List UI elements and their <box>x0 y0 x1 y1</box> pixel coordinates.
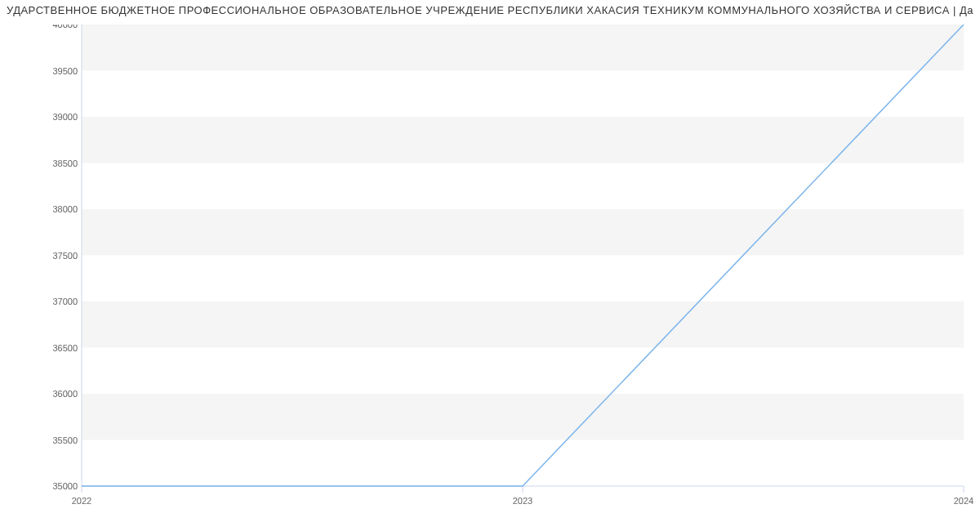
x-tick-label: 2022 <box>72 496 91 506</box>
y-tick-label: 38500 <box>52 158 78 168</box>
x-tick-label: 2023 <box>513 496 532 506</box>
y-tick-label: 35500 <box>52 435 78 445</box>
y-tick-label: 35000 <box>52 481 78 491</box>
chart-container: УДАРСТВЕННОЕ БЮДЖЕТНОЕ ПРОФЕССИОНАЛЬНОЕ … <box>0 0 980 531</box>
svg-rect-4 <box>82 394 964 440</box>
y-tick-label: 38000 <box>52 204 78 214</box>
chart-title: УДАРСТВЕННОЕ БЮДЖЕТНОЕ ПРОФЕССИОНАЛЬНОЕ … <box>0 0 980 16</box>
svg-rect-2 <box>82 209 964 256</box>
plot-area: 35000 35500 36000 36500 37000 37500 3800… <box>49 25 964 498</box>
y-tick-label: 37500 <box>52 251 78 261</box>
x-tick-label: 2024 <box>954 496 973 506</box>
y-tick-label: 36500 <box>52 343 78 353</box>
svg-rect-0 <box>82 25 964 71</box>
y-tick-label: 36000 <box>52 389 78 399</box>
svg-rect-1 <box>82 117 964 163</box>
x-tick-labels: 2022 2023 2024 <box>72 496 973 506</box>
y-tick-label: 39000 <box>52 112 78 122</box>
y-tick-label: 40000 <box>52 25 78 29</box>
y-tick-labels: 35000 35500 36000 36500 37000 37500 3800… <box>52 25 78 491</box>
grid-bands <box>82 25 964 440</box>
svg-rect-3 <box>82 301 964 348</box>
x-ticks <box>82 486 964 493</box>
y-tick-label: 37000 <box>52 297 78 306</box>
chart-svg: 35000 35500 36000 36500 37000 37500 3800… <box>49 25 980 523</box>
y-tick-label: 39500 <box>52 66 78 76</box>
